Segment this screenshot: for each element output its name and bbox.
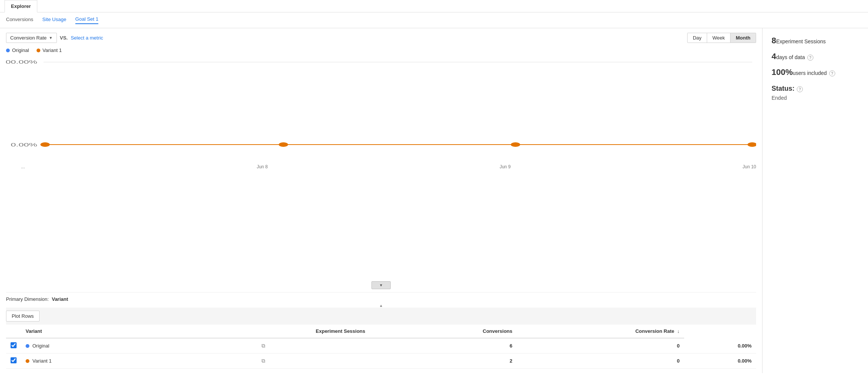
sort-arrow-icon: ↓ — [677, 328, 680, 334]
th-variant: Variant — [21, 325, 131, 338]
primary-dimension: Primary Dimension: Variant — [6, 292, 756, 303]
dropdown-arrow-icon: ▼ — [49, 36, 53, 40]
tab-bar: Explorer — [0, 0, 868, 12]
sessions-count: 8 — [772, 36, 776, 45]
subnav-site-usage[interactable]: Site Usage — [42, 17, 66, 24]
x-label-jun8: Jun 8 — [257, 164, 267, 169]
status-heading: Status: — [772, 85, 795, 92]
plot-rows-button[interactable]: Plot Rows — [6, 311, 40, 322]
svg-point-7 — [511, 142, 520, 147]
plot-rows-area: Plot Rows — [6, 308, 756, 325]
row-rate-variant1: 0.00% — [684, 354, 756, 369]
tab-explorer[interactable]: Explorer — [5, 0, 37, 12]
copy-icon-original[interactable]: ⧉ — [261, 343, 265, 349]
sub-nav: Conversions Site Usage Goal Set 1 — [0, 12, 868, 28]
vs-text: VS. — [60, 35, 68, 41]
svg-point-5 — [40, 142, 50, 147]
controls-row: Conversion Rate ▼ VS. Select a metric Da… — [6, 33, 756, 43]
chart-svg: 100.00% 0.00% — [6, 56, 756, 162]
x-label-jun10: Jun 10 — [743, 164, 756, 169]
copy-icon-variant1[interactable]: ⧉ — [261, 358, 265, 364]
svg-point-6 — [279, 142, 288, 147]
primary-dimension-value: Variant — [52, 296, 68, 302]
legend-dot-original — [6, 49, 10, 52]
row-dot-original — [26, 344, 29, 348]
svg-text:100.00%: 100.00% — [6, 59, 37, 65]
status-value: Ended — [772, 95, 859, 101]
row-label-original: Original — [32, 343, 49, 349]
subnav-conversions[interactable]: Conversions — [6, 17, 33, 24]
expand-arrow[interactable]: ▲ — [6, 303, 756, 308]
row-checkbox-cell-original — [6, 338, 21, 354]
svg-point-8 — [747, 142, 756, 147]
th-rate: Conversion Rate ↓ — [517, 325, 684, 338]
chart-container: 100.00% 0.00% ... Jun 8 Jun 9 Jun 10 — [6, 56, 756, 280]
x-label-jun9: Jun 9 — [500, 164, 510, 169]
select-metric-link[interactable]: Select a metric — [71, 35, 103, 41]
chart-legend: Original Variant 1 — [6, 47, 756, 53]
th-conversions: Conversions — [396, 325, 517, 338]
row-conversions-original: 0 — [517, 338, 684, 354]
stat-users-included: 100%users included ? — [772, 67, 859, 77]
legend-variant1: Variant 1 — [37, 47, 62, 53]
th-checkbox — [6, 325, 21, 338]
th-sessions: Experiment Sessions — [131, 325, 395, 338]
stat-experiment-sessions: 8Experiment Sessions — [772, 36, 859, 46]
metric-dropdown[interactable]: Conversion Rate ▼ — [6, 33, 57, 43]
row-label-variant1: Variant 1 — [32, 358, 52, 364]
x-axis-labels: ... Jun 8 Jun 9 Jun 10 — [6, 163, 756, 169]
time-btn-week[interactable]: Week — [707, 33, 730, 43]
row-conversions-variant1: 0 — [517, 354, 684, 369]
row-sessions-variant1: 2 — [396, 354, 517, 369]
svg-text:0.00%: 0.00% — [11, 142, 37, 148]
days-label: days of data — [776, 54, 805, 60]
users-percent: 100% — [772, 67, 793, 77]
x-label-dots: ... — [21, 164, 25, 169]
main-layout: Conversion Rate ▼ VS. Select a metric Da… — [0, 28, 868, 373]
row-copy-icon-variant1[interactable]: ⧉ — [131, 354, 395, 369]
table-row: Variant 1 ⧉ 2 0 0.00% — [6, 354, 756, 369]
status-help-icon[interactable]: ? — [797, 86, 803, 92]
stat-days-of-data: 4days of data ? — [772, 52, 859, 61]
days-count: 4 — [772, 52, 776, 61]
data-table: Variant Experiment Sessions Conversions … — [6, 325, 756, 369]
legend-label-variant1: Variant 1 — [43, 47, 62, 53]
row-sessions-original: 6 — [396, 338, 517, 354]
right-panel: 8Experiment Sessions 4days of data ? 100… — [763, 28, 868, 373]
row-checkbox-original[interactable] — [11, 342, 17, 348]
row-variant-variant1: Variant 1 — [21, 354, 131, 369]
time-btn-month[interactable]: Month — [730, 33, 756, 43]
controls-left: Conversion Rate ▼ VS. Select a metric — [6, 33, 103, 43]
row-checkbox-variant1[interactable] — [11, 357, 17, 363]
table-row: Original ⧉ 6 0 0.00% — [6, 338, 756, 354]
legend-label-original: Original — [12, 47, 29, 53]
chart-area: Conversion Rate ▼ VS. Select a metric Da… — [0, 28, 763, 373]
row-checkbox-cell-variant1 — [6, 354, 21, 369]
sessions-label: Experiment Sessions — [776, 38, 826, 44]
time-btn-day[interactable]: Day — [688, 33, 707, 43]
days-help-icon[interactable]: ? — [807, 55, 813, 61]
users-label: users included — [793, 70, 827, 76]
users-help-icon[interactable]: ? — [829, 70, 835, 76]
row-copy-icon-original[interactable]: ⧉ — [131, 338, 395, 354]
legend-original: Original — [6, 47, 29, 53]
subnav-goal-set-1[interactable]: Goal Set 1 — [75, 16, 98, 24]
legend-dot-variant1 — [37, 49, 40, 52]
row-rate-original: 0.00% — [684, 338, 756, 354]
primary-dimension-label: Primary Dimension: — [6, 296, 49, 302]
status-row: Status: ? Ended — [772, 85, 859, 101]
row-dot-variant1 — [26, 359, 29, 363]
metric-label: Conversion Rate — [10, 35, 47, 41]
scroll-button[interactable]: ▼ — [371, 281, 391, 289]
scroll-handle: ▼ — [6, 281, 756, 289]
row-variant-original: Original — [21, 338, 131, 354]
time-buttons: Day Week Month — [687, 33, 756, 43]
